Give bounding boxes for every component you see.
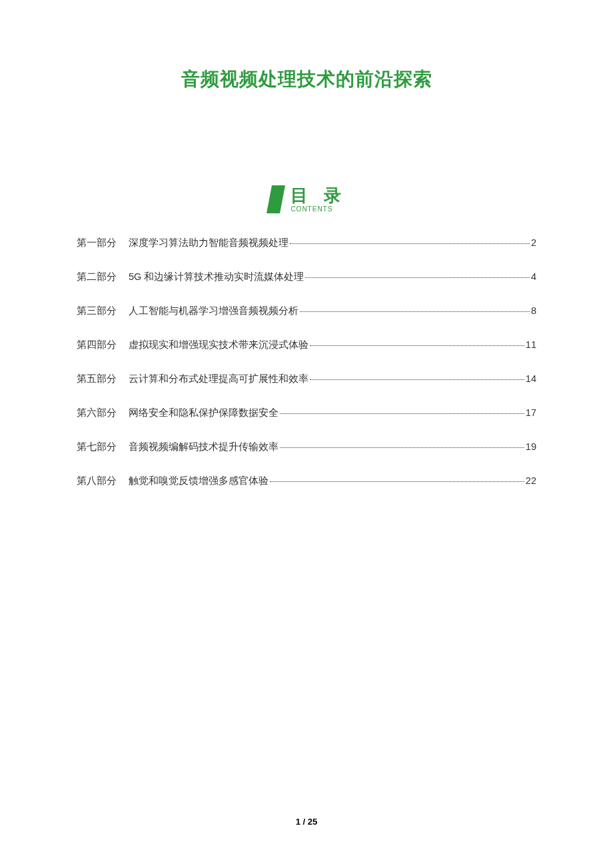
toc-part-label: 第八部分 (77, 475, 117, 487)
current-page-number: 1 (296, 817, 301, 827)
toc-part-label: 第二部分 (77, 271, 117, 283)
toc-item: 第六部分 网络安全和隐私保护保障数据安全 17 (77, 407, 536, 419)
toc-parallelogram-icon (267, 185, 285, 213)
toc-leader-dots (290, 243, 530, 244)
toc-page-number: 22 (526, 475, 536, 486)
toc-leader-dots (280, 447, 524, 448)
toc-part-label: 第一部分 (77, 237, 117, 249)
toc-leader-dots (305, 277, 530, 278)
toc-page-number: 2 (531, 237, 536, 248)
toc-heading: 目 录 (291, 187, 346, 204)
toc-chapter-title: 5G 和边缘计算技术推动实时流媒体处理 (129, 271, 304, 283)
toc-chapter-title: 触觉和嗅觉反馈增强多感官体验 (129, 475, 269, 487)
toc-part-label: 第五部分 (77, 373, 117, 385)
toc-page-number: 19 (526, 441, 536, 452)
toc-item: 第一部分 深度学习算法助力智能音频视频处理 2 (77, 237, 536, 249)
svg-marker-0 (267, 185, 285, 213)
toc-page-number: 4 (531, 271, 536, 282)
toc-item: 第三部分 人工智能与机器学习增强音频视频分析 8 (77, 305, 536, 317)
toc-chapter-title: 深度学习算法助力智能音频视频处理 (129, 237, 289, 249)
toc-chapter-title: 网络安全和隐私保护保障数据安全 (129, 407, 279, 419)
toc-part-label: 第七部分 (77, 441, 117, 453)
document-page: 音频视频处理技术的前沿探索 目 录 CONTENTS 第一部分 深度学习算法助力… (0, 0, 613, 487)
toc-chapter-title: 人工智能与机器学习增强音频视频分析 (129, 305, 299, 317)
toc-item: 第五部分 云计算和分布式处理提高可扩展性和效率 14 (77, 373, 536, 385)
toc-leader-dots (280, 413, 524, 414)
toc-subheading: CONTENTS (291, 205, 332, 213)
total-pages: 25 (308, 817, 317, 827)
toc-item: 第七部分 音频视频编解码技术提升传输效率 19 (77, 441, 536, 453)
toc-leader-dots (310, 379, 524, 380)
toc-title-wrap: 目 录 CONTENTS (291, 187, 346, 213)
toc-leader-dots (310, 345, 524, 346)
toc-page-number: 14 (526, 373, 536, 384)
document-title: 音频视频处理技术的前沿探索 (77, 67, 536, 92)
toc-item: 第二部分 5G 和边缘计算技术推动实时流媒体处理 4 (77, 271, 536, 283)
toc-page-number: 17 (526, 407, 536, 418)
toc-leader-dots (300, 311, 530, 312)
toc-item: 第四部分 虚拟现实和增强现实技术带来沉浸式体验 11 (77, 339, 536, 351)
toc-chapter-title: 云计算和分布式处理提高可扩展性和效率 (129, 373, 308, 385)
toc-page-number: 11 (526, 339, 536, 350)
toc-part-label: 第三部分 (77, 305, 117, 317)
page-footer: 1 / 25 (0, 817, 613, 827)
toc-page-number: 8 (531, 305, 536, 316)
toc-list: 第一部分 深度学习算法助力智能音频视频处理 2 第二部分 5G 和边缘计算技术推… (77, 237, 536, 487)
toc-item: 第八部分 触觉和嗅觉反馈增强多感官体验 22 (77, 475, 536, 487)
toc-leader-dots (270, 481, 524, 482)
toc-part-label: 第六部分 (77, 407, 117, 419)
page-separator: / (301, 817, 308, 827)
toc-chapter-title: 音频视频编解码技术提升传输效率 (129, 441, 279, 453)
toc-header: 目 录 CONTENTS (77, 185, 536, 213)
toc-part-label: 第四部分 (77, 339, 117, 351)
toc-chapter-title: 虚拟现实和增强现实技术带来沉浸式体验 (129, 339, 308, 351)
